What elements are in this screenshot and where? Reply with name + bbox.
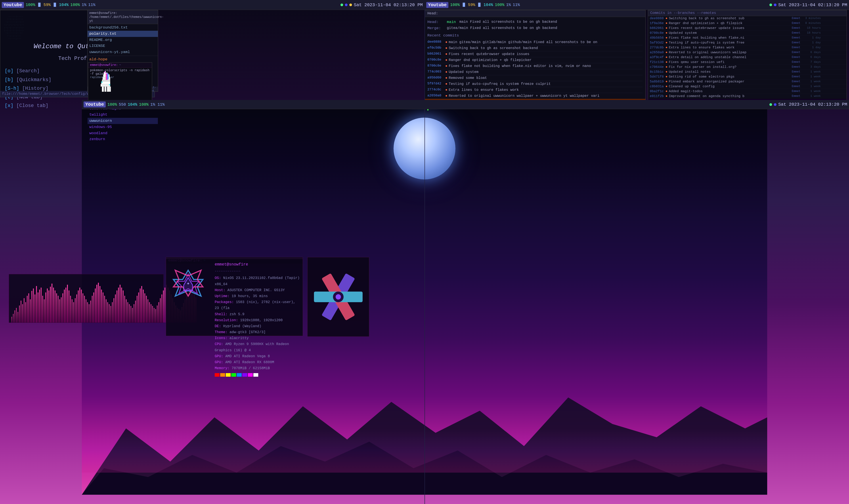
waveform-bar-71 bbox=[121, 288, 122, 323]
dir-windows95[interactable]: windows-95 bbox=[88, 124, 158, 130]
svg-rect-15 bbox=[104, 72, 105, 73]
waveform-bar-22 bbox=[45, 292, 46, 323]
waveform-bar-7 bbox=[22, 304, 23, 323]
neofetch-username: emmet@snowfire bbox=[215, 261, 301, 268]
waveform-bar-92 bbox=[153, 308, 155, 323]
waveform-bar-19 bbox=[41, 288, 41, 323]
waveform-bar-95 bbox=[158, 302, 159, 323]
stat-bar2-r: ▐▌ bbox=[477, 3, 482, 7]
magit-commit-3: b862061 ● Fixes recent qutebrowser updat… bbox=[648, 26, 847, 31]
file-readme[interactable]: README.org bbox=[88, 37, 158, 43]
waveform-bar-50 bbox=[89, 304, 90, 323]
waveform-bar-48 bbox=[86, 299, 87, 323]
waveform-bar-74 bbox=[126, 299, 127, 323]
file-polarity[interactable]: polarity.txt bbox=[88, 31, 158, 37]
stat-bottom-net: 100% bbox=[139, 102, 149, 107]
waveform-bar-76 bbox=[129, 304, 130, 323]
waveform-bar-77 bbox=[130, 306, 131, 323]
nf-host: Host: ASUSTEK COMPUTER INC. G513Y bbox=[215, 287, 301, 293]
indicator-r2 bbox=[774, 3, 776, 6]
git-commit-1: dee0888 ● main gitea/main gitlab/main gi… bbox=[427, 39, 643, 45]
waveform-bar-25 bbox=[50, 287, 51, 323]
waveform-bar-33 bbox=[62, 293, 63, 323]
waveform-bar-64 bbox=[110, 306, 111, 323]
pokemon-window: emmet@snowfire: ~ pokemon-colorscripts -… bbox=[88, 62, 152, 101]
waveform-bar-96 bbox=[160, 298, 161, 323]
tag-youtube-bottom[interactable]: Youtube bbox=[84, 102, 106, 107]
waveform-bar-17 bbox=[38, 292, 38, 323]
waveform-bar-45 bbox=[81, 290, 82, 323]
waveform-bar-53 bbox=[93, 292, 94, 323]
magit-commit-14: 5a8b819 ● Pinned embark and reorganized … bbox=[648, 79, 847, 84]
magit-commit-13: 5d471f8 ● Getting rid of some electron p… bbox=[648, 74, 847, 79]
waveform-bar-10 bbox=[27, 296, 28, 323]
dir-uwwunicorn[interactable]: uwwunicorn bbox=[88, 118, 158, 124]
stat-bar2: ▐▌ bbox=[52, 3, 57, 7]
nf-uptime: Uptime: 19 hours, 35 mins bbox=[215, 293, 301, 299]
hypr-logo-window bbox=[307, 257, 369, 337]
waveform-bar-37 bbox=[69, 290, 69, 323]
neofetch-window: ✦ emmet@snowfire -------------- OS: NixO… bbox=[166, 259, 303, 336]
nf-colorblocks bbox=[215, 373, 301, 377]
desktop: Youtube 100% ▐▌ 59% ▐▌ 104% 100% 1% 11% … bbox=[0, 0, 849, 504]
git-window: Head: Head: main main Fixed all screensh… bbox=[424, 10, 646, 106]
waveform-bar-59 bbox=[103, 292, 104, 323]
file-license[interactable]: LICENSE bbox=[88, 43, 158, 49]
svg-rect-12 bbox=[107, 74, 108, 80]
waveform-bar-68 bbox=[116, 290, 118, 323]
waveform-bar-13 bbox=[31, 291, 32, 323]
waveform-bar-29 bbox=[56, 293, 57, 323]
waveform-bar-98 bbox=[163, 290, 164, 323]
dir-woodland[interactable]: woodland bbox=[88, 130, 158, 137]
waveform-bar-65 bbox=[112, 302, 113, 323]
nf-gpu2: GPU: AMD ATI Radeon RX 6800M bbox=[215, 359, 301, 365]
pokemon-svg bbox=[93, 71, 121, 100]
waveform-bar-55 bbox=[96, 285, 97, 323]
waveform-bar-47 bbox=[84, 296, 85, 323]
waveform-bar-51 bbox=[90, 301, 91, 323]
dir-ald-hope[interactable]: ald-hope bbox=[88, 56, 158, 62]
git-commit-4: 0700c8e ● Ranger dnd optimization + qb f… bbox=[427, 57, 643, 63]
waveform-bar-0 bbox=[11, 317, 12, 323]
dir-twilight[interactable]: twilight bbox=[88, 112, 158, 118]
topbar-left-right: Sat 2023-11-04 02:13:20 PM bbox=[341, 2, 423, 7]
nf-packages: Packages: 1503 (nix), 2782 (nix-user), 2… bbox=[215, 299, 301, 311]
git-commit-10: a2650a0 ● Reverted to original uwwunicor… bbox=[427, 93, 643, 99]
git-head-label: Head: bbox=[427, 19, 445, 25]
waveform-bar-6 bbox=[21, 301, 21, 323]
magit-commit-2: 1f9a36e ● Ranger dnd optimization + qb f… bbox=[648, 21, 847, 26]
color-block-2 bbox=[220, 373, 225, 377]
waveform-bar-21 bbox=[44, 299, 45, 323]
git-title: Head: bbox=[425, 10, 441, 17]
magit-commit-9: a3f9c4f ● Extra detail on adding unstabl… bbox=[648, 55, 847, 60]
git-titlebar: Head: bbox=[425, 10, 645, 17]
nf-icons: Icons: alacritty bbox=[215, 335, 301, 341]
pokemon-prompt: emmet@snowfire: bbox=[90, 63, 118, 67]
magit-commit-15: c8b031a ● Cleaned up magit config Emmet … bbox=[648, 84, 847, 89]
color-block-6 bbox=[242, 373, 247, 377]
file-background256[interactable]: background256.txt bbox=[88, 24, 158, 31]
stat-cpu-r: 100% bbox=[450, 3, 460, 7]
waveform-bar-91 bbox=[152, 306, 153, 323]
stat-mem: 59% bbox=[43, 3, 51, 7]
waveform-bar-20 bbox=[42, 296, 43, 323]
waveform-bar-9 bbox=[25, 302, 26, 323]
waveform-bar-69 bbox=[118, 288, 119, 323]
file-uwwunicorn-yaml[interactable]: uwwunicorn-yt.yaml bbox=[88, 49, 158, 55]
magit-commit-4: 0700c8e ● Updated system Emmet 18 hours bbox=[648, 31, 847, 36]
dir-zenburn[interactable]: zenburn bbox=[88, 136, 158, 142]
magit-commit-11: c70644e ● Fix for nix parser on install.… bbox=[648, 65, 847, 70]
magit-window: Commits in --branches --remotes dee0888 … bbox=[648, 10, 847, 106]
tag-youtube-left[interactable]: Youtube bbox=[2, 2, 24, 8]
waveform-bar-11 bbox=[28, 293, 29, 323]
svg-rect-13 bbox=[108, 74, 109, 79]
magit-log-header: Commits in --branches --remotes bbox=[648, 10, 847, 16]
tag-youtube-right[interactable]: Youtube bbox=[426, 2, 448, 8]
stat-bottom-disk: 104% bbox=[128, 102, 137, 107]
waveform-bar-3 bbox=[16, 308, 17, 323]
pokemon-command: ~ bbox=[119, 63, 121, 67]
waveform-bar-23 bbox=[47, 288, 48, 323]
neofetch-logo: ✦ bbox=[168, 261, 213, 314]
magit-commit-1: dee0888 ● Switching back to gh as screen… bbox=[648, 16, 847, 21]
waveform-bar-4 bbox=[17, 312, 18, 323]
